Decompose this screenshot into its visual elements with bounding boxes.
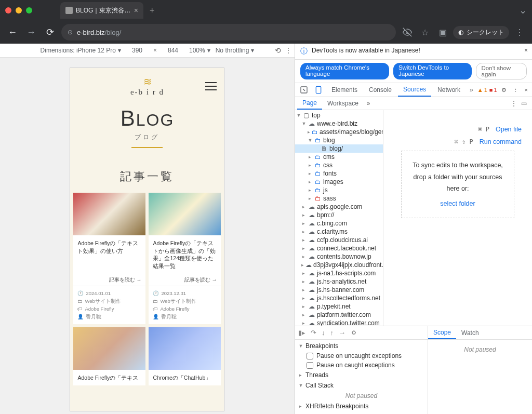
tree-folder[interactable]: ▸🗀css <box>295 161 383 169</box>
threads-header[interactable]: ▸Threads <box>297 370 425 380</box>
tree-folder[interactable]: ▸🗀images <box>295 178 383 186</box>
tree-folder[interactable]: ▸🗀fonts <box>295 169 383 178</box>
tab-network[interactable]: Network <box>432 83 466 97</box>
tree-domain[interactable]: ▸☁connect.facebook.net <box>295 244 383 252</box>
close-banner-icon[interactable]: × <box>524 47 528 54</box>
article-card[interactable]: Chromeの「ChatHub」 <box>149 327 221 386</box>
address-bar[interactable]: ⊙ e-bird.biz/blog/ <box>61 24 396 41</box>
tree-domain[interactable]: ▸☁apis.google.com <box>295 203 383 211</box>
minimize-window-button[interactable] <box>16 7 22 14</box>
article-card[interactable]: Adobe Fireflyの「テキス <box>73 327 145 386</box>
throttling-selector[interactable]: No throttling▾ <box>216 47 255 54</box>
device-selector[interactable]: Dimensions: iPhone 12 Pro▾ <box>41 47 121 54</box>
tree-domain[interactable]: ▸☁p.typekit.net <box>295 302 383 311</box>
article-card[interactable]: Adobe Fireflyの「テキストから画像生成」の「効果」全124種類を使っ… <box>149 193 221 324</box>
width-input[interactable]: 390 <box>126 47 148 54</box>
pause-uncaught-checkbox[interactable] <box>307 353 313 359</box>
tree-domain[interactable]: ▸☁bpm:// <box>295 211 383 219</box>
step-out-icon[interactable]: ↑ <box>330 329 334 337</box>
readmore-link[interactable]: 記事を読む → <box>149 274 221 286</box>
subtab-menu-icon[interactable]: ⋮ <box>511 100 517 107</box>
callstack-header[interactable]: ▼Call Stack <box>297 380 425 391</box>
pause-caught-checkbox[interactable] <box>307 362 313 369</box>
tab-elements[interactable]: Elements <box>326 83 363 97</box>
readmore-link[interactable]: 記事を読む → <box>73 274 145 286</box>
tree-domain[interactable]: ▸☁platform.twitter.com <box>295 311 383 319</box>
breakpoints-header[interactable]: ▼Breakpoints <box>297 341 425 351</box>
switch-language-button[interactable]: Switch DevTools to Japanese <box>393 63 472 79</box>
tab-watch[interactable]: Watch <box>456 326 484 339</box>
rotate-icon[interactable]: ⟲ <box>275 46 281 55</box>
tree-domain[interactable]: ▸☁c.clarity.ms <box>295 228 383 236</box>
reload-button[interactable]: ⟳ <box>43 25 57 39</box>
pause-uncaught-row[interactable]: Pause on uncaught exceptions <box>297 351 425 360</box>
tree-folder[interactable]: ▸🗀cms <box>295 153 383 161</box>
dont-show-again-button[interactable]: Don't show again <box>476 63 527 79</box>
step-icon[interactable]: → <box>339 329 345 337</box>
chevron-down-icon[interactable]: ⌄ <box>519 5 532 16</box>
emulated-page[interactable]: ≋ e-b i r d BLOG ブログ 記事一覧 Adobe Fireflyの… <box>70 68 224 411</box>
close-tab-icon[interactable]: × <box>134 6 138 15</box>
always-match-language-button[interactable]: Always match Chrome's language <box>300 63 389 79</box>
article-card[interactable]: Adobe Fireflyの「テキスト効果」の使い方 記事を読む → 🕐2024… <box>73 193 145 324</box>
warning-badge[interactable]: ▲1 <box>477 87 487 93</box>
tree-domain[interactable]: ▸☁syndication.twitter.com <box>295 319 383 326</box>
resume-icon[interactable]: ▮▸ <box>298 329 305 337</box>
tree-site[interactable]: ▼☁www.e-bird.biz <box>295 119 383 128</box>
pause-caught-row[interactable]: Pause on caught exceptions <box>297 360 425 370</box>
collapse-icon[interactable]: ▭ <box>521 100 527 107</box>
hamburger-menu-icon[interactable] <box>205 82 217 90</box>
device-toggle-icon[interactable] <box>312 86 325 94</box>
tree-domain[interactable]: ▸☁js-na1.hs-scripts.com <box>295 269 383 277</box>
tree-folder[interactable]: ▸🗀assets/images/blog/genericon <box>295 128 383 136</box>
tab-sources[interactable]: Sources <box>398 83 431 97</box>
maximize-window-button[interactable] <box>26 7 32 14</box>
forward-button[interactable]: → <box>24 25 38 39</box>
tree-domain[interactable]: ▸☁d3pj3vgx4ijpjx.cloudfront.net <box>295 261 383 269</box>
subtab-workspace[interactable]: Workspace <box>322 97 364 110</box>
sync-dropzone[interactable]: To sync edits to the workspace, drop a f… <box>401 151 514 218</box>
site-info-icon[interactable]: ⊙ <box>68 29 73 36</box>
inspect-icon[interactable] <box>297 86 311 94</box>
subtab-page[interactable]: Page <box>297 97 322 110</box>
xhr-breakpoints-header[interactable]: ▸XHR/fetch Breakpoints <box>297 401 425 411</box>
deactivate-breakpoints-icon[interactable]: ⭘ <box>351 329 357 337</box>
dom-breakpoints-header[interactable]: ▸DOM Breakpoints <box>297 411 425 414</box>
bookmark-star-icon[interactable]: ☆ <box>418 25 432 39</box>
gear-icon[interactable]: ⚙ <box>499 87 509 94</box>
back-button[interactable]: ← <box>5 25 20 39</box>
tab-console[interactable]: Console <box>364 83 397 97</box>
tree-domain[interactable]: ▸☁js.hs-analytics.net <box>295 277 383 286</box>
step-over-icon[interactable]: ↷ <box>311 329 316 337</box>
tree-folder[interactable]: ▸🗀js <box>295 186 383 194</box>
close-window-button[interactable] <box>5 7 11 14</box>
tree-domain[interactable]: ▸☁contents.bownow.jp <box>295 252 383 261</box>
eye-off-icon[interactable] <box>400 25 415 39</box>
tree-file-selected[interactable]: 🗎blog/ <box>295 144 383 153</box>
site-logo[interactable]: ≋ e-b i r d <box>89 75 205 97</box>
tree-domain[interactable]: ▸☁js.hs-banner.com <box>295 286 383 294</box>
close-devtools-icon[interactable]: × <box>523 87 530 93</box>
tree-domain[interactable]: ▸☁c.bing.com <box>295 219 383 228</box>
devtools-menu-icon[interactable]: ⋮ <box>511 87 521 94</box>
browser-menu-icon[interactable]: ⋮ <box>512 25 527 39</box>
zoom-selector[interactable]: 100%▾ <box>189 47 210 54</box>
file-tree[interactable]: ▼▢top ▼☁www.e-bird.biz ▸🗀assets/images/b… <box>295 110 383 326</box>
select-folder-link[interactable]: select folder <box>407 198 509 210</box>
step-into-icon[interactable]: ↓ <box>322 329 325 337</box>
error-badge[interactable]: ■1 <box>489 87 497 93</box>
openfile-link[interactable]: Open file <box>496 126 522 133</box>
subtabs-overflow-icon[interactable]: » <box>364 100 374 107</box>
panel-icon[interactable]: ▣ <box>435 25 450 39</box>
browser-tab[interactable]: BLOG｜東京渋谷のWeb制作会 × <box>60 2 143 19</box>
runcmd-link[interactable]: Run command <box>480 138 522 145</box>
tree-folder[interactable]: ▼🗀blog <box>295 136 383 144</box>
new-tab-button[interactable]: + <box>150 6 154 15</box>
tree-domain[interactable]: ▸☁js.hscollectedforms.net <box>295 294 383 302</box>
tab-scope[interactable]: Scope <box>428 326 456 339</box>
tree-domain[interactable]: ▸☁ccfp.cloudcircus.ai <box>295 236 383 244</box>
tabs-overflow-icon[interactable]: » <box>467 86 476 94</box>
device-toolbar-menu-icon[interactable]: ⋮ <box>285 47 291 54</box>
tree-top[interactable]: ▼▢top <box>295 111 383 119</box>
height-input[interactable]: 844 <box>162 47 184 54</box>
